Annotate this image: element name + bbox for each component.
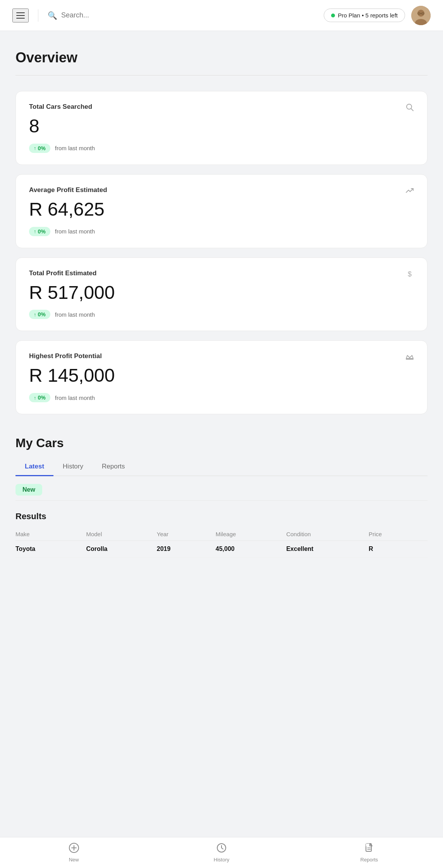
bottom-nav-new[interactable]: New (0, 837, 148, 868)
my-cars-title: My Cars (15, 436, 428, 450)
new-badge[interactable]: New (15, 484, 42, 496)
pro-plan-status-dot (331, 14, 335, 17)
main-content: Overview Total Cars Searched 8 ↑ 0% from… (0, 31, 443, 585)
stat-dollar-icon: $ (405, 269, 414, 280)
stat-card-highest-profit: Highest Profit Potential R 145,000 ↑ 0% … (15, 340, 428, 414)
change-badge-highest-profit: ↑ 0% (29, 393, 50, 402)
bottom-nav-reports[interactable]: Reports (295, 837, 443, 868)
stat-label-highest-profit: Highest Profit Potential (29, 352, 414, 360)
cell-make: Toyota (15, 546, 86, 552)
avatar-image (411, 6, 431, 25)
cell-model: Corolla (86, 546, 156, 552)
header-divider (38, 9, 38, 22)
bottom-nav-reports-label: Reports (361, 857, 378, 863)
change-value-total-profit: 0% (38, 311, 46, 317)
change-value-highest-profit: 0% (38, 395, 46, 401)
stat-label-total-cars: Total Cars Searched (29, 103, 414, 111)
svg-rect-15 (366, 844, 370, 846)
change-value-avg-profit: 0% (38, 228, 46, 235)
search-wrapper: 🔍 (48, 11, 318, 20)
tab-history[interactable]: History (53, 458, 93, 476)
change-badge-avg-profit: ↑ 0% (29, 227, 50, 236)
col-header-price: Price (369, 531, 428, 537)
avatar-svg (411, 6, 431, 25)
title-divider (15, 75, 428, 75)
bottom-nav-history-label: History (214, 857, 229, 863)
pro-plan-badge[interactable]: Pro Plan • 5 reports left (324, 9, 405, 22)
stat-search-icon (405, 103, 414, 114)
stat-footer-avg-profit: ↑ 0% from last month (29, 227, 414, 236)
col-header-condition: Condition (286, 531, 369, 537)
from-text-total-profit: from last month (55, 311, 95, 318)
cell-mileage: 45,000 (216, 546, 286, 552)
stat-card-total-profit: $ Total Profit Estimated R 517,000 ↑ 0% … (15, 257, 428, 331)
change-value-total-cars: 0% (38, 145, 46, 151)
tabs-row: Latest History Reports (15, 458, 428, 476)
tab-latest[interactable]: Latest (15, 458, 53, 476)
stat-card-total-cars: Total Cars Searched 8 ↑ 0% from last mon… (15, 91, 428, 165)
svg-point-1 (417, 10, 424, 17)
from-text-avg-profit: from last month (55, 228, 95, 235)
arrow-up-icon-2: ↑ (34, 228, 36, 234)
stat-footer-highest-profit: ↑ 0% from last month (29, 393, 414, 402)
from-text-highest-profit: from last month (55, 395, 95, 401)
change-badge-total-cars: ↑ 0% (29, 144, 50, 153)
search-icon: 🔍 (48, 11, 57, 20)
stat-label-total-profit: Total Profit Estimated (29, 269, 414, 277)
cell-price: R (369, 546, 428, 552)
stat-value-total-cars: 8 (29, 116, 414, 137)
arrow-up-icon-4: ↑ (34, 395, 36, 401)
user-avatar[interactable] (411, 6, 431, 25)
stat-trending-icon (405, 186, 414, 197)
search-input[interactable] (61, 11, 162, 19)
stat-value-avg-profit: R 64,625 (29, 199, 414, 220)
menu-button[interactable] (12, 9, 29, 22)
bottom-nav-new-label: New (69, 857, 79, 863)
header: 🔍 Pro Plan • 5 reports left (0, 0, 443, 31)
stat-value-total-profit: R 517,000 (29, 283, 414, 303)
col-header-mileage: Mileage (216, 531, 286, 537)
stats-section: Total Cars Searched 8 ↑ 0% from last mon… (15, 91, 428, 414)
change-badge-total-profit: ↑ 0% (29, 310, 50, 319)
results-title: Results (15, 501, 428, 528)
arrow-up-icon-3: ↑ (34, 312, 36, 317)
new-badge-row: New (15, 476, 428, 500)
svg-text:$: $ (408, 270, 412, 278)
svg-line-7 (411, 109, 414, 111)
bottom-nav-history[interactable]: History (148, 837, 295, 868)
col-header-year: Year (157, 531, 216, 537)
stat-card-avg-profit: Average Profit Estimated R 64,625 ↑ 0% f… (15, 174, 428, 248)
clock-icon (216, 843, 227, 855)
stat-footer-total-cars: ↑ 0% from last month (29, 144, 414, 153)
stat-value-highest-profit: R 145,000 (29, 365, 414, 386)
file-icon (364, 843, 374, 855)
stat-crown-icon (405, 352, 414, 363)
arrow-up-icon: ↑ (34, 145, 36, 151)
table-header: Make Model Year Mileage Condition Price (15, 528, 428, 541)
my-cars-section: My Cars Latest History Reports New Resul… (15, 436, 428, 558)
cell-condition: Excellent (286, 546, 369, 552)
page-title: Overview (15, 50, 428, 66)
table-row[interactable]: Toyota Corolla 2019 45,000 Excellent R (15, 541, 428, 558)
stat-footer-total-profit: ↑ 0% from last month (29, 310, 414, 319)
bottom-navigation: New History Reports (0, 837, 443, 868)
col-header-make: Make (15, 531, 86, 537)
results-section: Results Make Model Year Mileage Conditio… (15, 501, 428, 558)
pro-plan-label: Pro Plan • 5 reports left (338, 12, 398, 19)
from-text-total-cars: from last month (55, 145, 95, 151)
col-header-model: Model (86, 531, 156, 537)
stat-label-avg-profit: Average Profit Estimated (29, 186, 414, 194)
plus-icon (69, 843, 79, 855)
tab-reports[interactable]: Reports (93, 458, 134, 476)
cell-year: 2019 (157, 546, 216, 552)
